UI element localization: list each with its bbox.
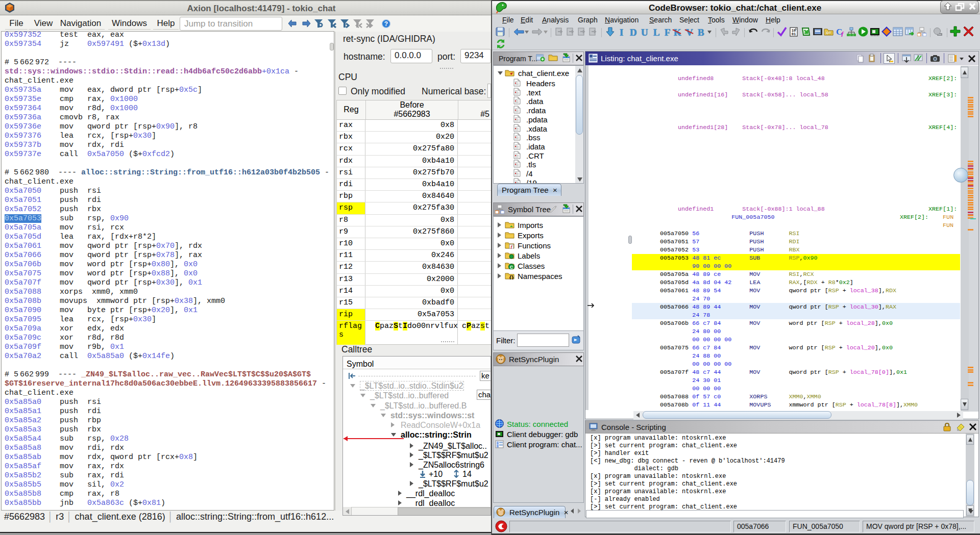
svg-text:01: 01 <box>792 32 796 36</box>
svg-text:?: ? <box>384 20 388 28</box>
svg-text:DT: DT <box>826 31 831 35</box>
svg-text:f: f <box>841 30 844 37</box>
svg-text:{}: {} <box>509 274 514 279</box>
svg-text:C: C <box>510 265 513 269</box>
